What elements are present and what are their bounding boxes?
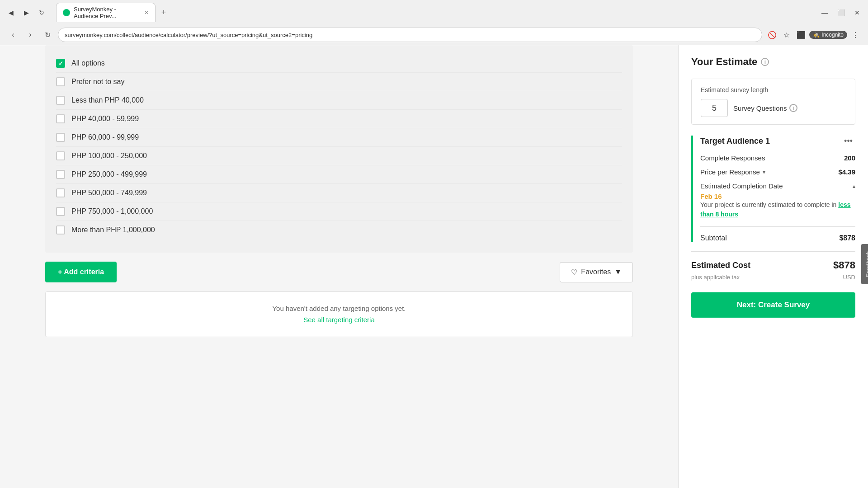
estimate-title-row: Your Estimate i xyxy=(691,56,855,68)
target-audience-header: Target Audience 1 ••• xyxy=(700,136,855,147)
window-controls: ◀ ▶ ↻ xyxy=(5,6,48,19)
address-bar[interactable]: surveymonkey.com/collect/audience/calcul… xyxy=(58,28,762,42)
price-per-response-label: Price per Response ▾ xyxy=(700,168,765,176)
create-survey-button[interactable]: Next: Create Survey xyxy=(691,292,855,318)
option-label-php60-99: PHP 60,000 - 99,999 xyxy=(71,133,139,141)
refresh-nav-button[interactable]: ↻ xyxy=(41,28,54,42)
checkbox-php-500-749[interactable] xyxy=(56,188,65,197)
maximize-button[interactable]: ⬜ xyxy=(835,6,847,19)
completion-description: Your project is currently estimated to c… xyxy=(700,200,855,219)
subtotal-label: Subtotal xyxy=(700,234,727,242)
complete-responses-value: 200 xyxy=(844,154,855,162)
estimate-title-text: Your Estimate xyxy=(691,56,757,68)
incognito-badge: 🕵 Incognito xyxy=(809,31,847,39)
options-container: All options Prefer not to say Less than … xyxy=(45,45,633,253)
option-label-php100-250: PHP 100,000 - 250,000 xyxy=(71,152,147,160)
completion-date-chevron-up-icon[interactable]: ▴ xyxy=(853,183,855,189)
currency-label: USD xyxy=(843,274,855,281)
estimated-cost-value: $878 xyxy=(833,259,855,271)
complete-responses-row: Complete Responses 200 xyxy=(700,154,855,162)
subtotal-value: $878 xyxy=(839,234,855,242)
checkbox-php-1m-plus[interactable] xyxy=(56,225,65,235)
reload-button[interactable]: ↻ xyxy=(35,6,48,19)
completion-date-section: Estimated Completion Date ▴ Feb 16 Your … xyxy=(700,182,855,219)
targeting-empty-section: You haven't added any targeting options … xyxy=(45,291,633,337)
targeting-empty-text: You haven't added any targeting options … xyxy=(58,305,620,312)
checkbox-php-60-99[interactable] xyxy=(56,133,65,142)
subtotal-row: Subtotal $878 xyxy=(700,234,855,242)
divider-line xyxy=(700,226,855,227)
price-per-response-row: Price per Response ▾ $4.39 xyxy=(700,168,855,176)
checkbox-php-40k[interactable] xyxy=(56,96,65,105)
bottom-bar: + Add criteria ♡ Favorites ▼ xyxy=(0,253,678,291)
survey-length-label: Estimated survey length xyxy=(701,86,846,94)
checkbox-php-40-59[interactable] xyxy=(56,114,65,123)
complete-responses-label: Complete Responses xyxy=(700,154,765,162)
estimated-cost-header-row: Estimated Cost $878 xyxy=(691,259,855,271)
add-criteria-button[interactable]: + Add criteria xyxy=(45,262,117,282)
back-button[interactable]: ◀ xyxy=(5,6,17,19)
option-label-php250-499: PHP 250,000 - 499,999 xyxy=(71,170,147,178)
completion-date-value: Feb 16 xyxy=(700,192,855,200)
option-row-php1m-plus: More than PHP 1,000,000 xyxy=(56,221,622,239)
back-nav-button[interactable]: ‹ xyxy=(6,28,20,42)
tab-close-icon[interactable]: ✕ xyxy=(144,9,149,16)
option-label-prefer: Prefer not to say xyxy=(71,78,124,86)
survey-length-section: Estimated survey length Survey Questions… xyxy=(691,79,855,125)
checkbox-php-750-1m[interactable] xyxy=(56,207,65,216)
right-panel: Your Estimate i Estimated survey length … xyxy=(678,45,868,488)
option-label-php750-1m: PHP 750,000 - 1,000,000 xyxy=(71,207,153,216)
estimate-info-icon[interactable]: i xyxy=(761,58,769,66)
tab-favicon xyxy=(63,9,70,16)
feedback-button[interactable]: Feedback xyxy=(861,244,868,284)
forward-nav-button[interactable]: › xyxy=(24,28,37,42)
sidebar-icon[interactable]: ⬛ xyxy=(795,28,807,41)
survey-questions-label-text: Survey Questions xyxy=(733,104,787,112)
menu-button[interactable]: ⋮ xyxy=(849,28,862,41)
incognito-icon: 🕵 xyxy=(813,32,820,38)
checkbox-php-100-250[interactable] xyxy=(56,151,65,160)
option-row-all: All options xyxy=(56,54,622,73)
minimize-button[interactable]: — xyxy=(818,6,831,19)
option-label-php500-749: PHP 500,000 - 749,999 xyxy=(71,189,147,197)
option-row-php100-250: PHP 100,000 - 250,000 xyxy=(56,147,622,165)
chevron-down-icon: ▼ xyxy=(614,268,622,276)
browser-chrome: ◀ ▶ ↻ SurveyMonkey - Audience Prev... ✕ … xyxy=(0,0,868,45)
price-chevron-down-icon[interactable]: ▾ xyxy=(763,169,765,175)
checkbox-all-options[interactable] xyxy=(56,59,65,68)
eye-off-icon[interactable]: 🚫 xyxy=(766,28,778,41)
active-tab[interactable]: SurveyMonkey - Audience Prev... ✕ xyxy=(56,3,156,22)
page-content: All options Prefer not to say Less than … xyxy=(0,45,868,488)
option-row-php40k: Less than PHP 40,000 xyxy=(56,91,622,110)
price-per-response-value: $4.39 xyxy=(838,168,855,176)
target-audience-menu-button[interactable]: ••• xyxy=(841,136,855,147)
option-label-php1m-plus: More than PHP 1,000,000 xyxy=(71,226,155,234)
new-tab-button[interactable]: + xyxy=(157,6,170,19)
favorites-button[interactable]: ♡ Favorites ▼ xyxy=(560,262,633,282)
tab-title: SurveyMonkey - Audience Prev... xyxy=(74,6,139,19)
tab-bar: SurveyMonkey - Audience Prev... ✕ + xyxy=(52,3,175,22)
target-audience-title: Target Audience 1 xyxy=(700,136,770,146)
checkbox-php-250-499[interactable] xyxy=(56,170,65,179)
target-audience-section: Target Audience 1 ••• Complete Responses… xyxy=(691,136,855,242)
url-text: surveymonkey.com/collect/audience/calcul… xyxy=(65,32,312,38)
checkbox-prefer-not[interactable] xyxy=(56,77,65,86)
option-row-php250-499: PHP 250,000 - 499,999 xyxy=(56,165,622,184)
close-button[interactable]: ✕ xyxy=(851,6,863,19)
option-label-all: All options xyxy=(71,59,105,67)
option-label-php40k: Less than PHP 40,000 xyxy=(71,96,144,104)
tax-row: plus applicable tax USD xyxy=(691,274,855,281)
estimated-cost-section: Estimated Cost $878 plus applicable tax … xyxy=(691,251,855,281)
see-all-targeting-link[interactable]: See all targeting criteria xyxy=(303,316,375,324)
forward-button[interactable]: ▶ xyxy=(20,6,33,19)
heart-icon: ♡ xyxy=(571,268,577,277)
browser-actions: 🚫 ☆ ⬛ 🕵 Incognito ⋮ xyxy=(766,28,862,41)
completion-date-label: Estimated Completion Date xyxy=(700,182,783,190)
estimated-cost-label: Estimated Cost xyxy=(691,261,750,270)
star-icon[interactable]: ☆ xyxy=(780,28,793,41)
option-row-prefer: Prefer not to say xyxy=(56,73,622,91)
survey-questions-input[interactable] xyxy=(701,99,728,117)
survey-questions-info-icon[interactable]: i xyxy=(789,104,797,112)
incognito-label: Incognito xyxy=(821,32,844,38)
left-panel: All options Prefer not to say Less than … xyxy=(0,45,678,488)
